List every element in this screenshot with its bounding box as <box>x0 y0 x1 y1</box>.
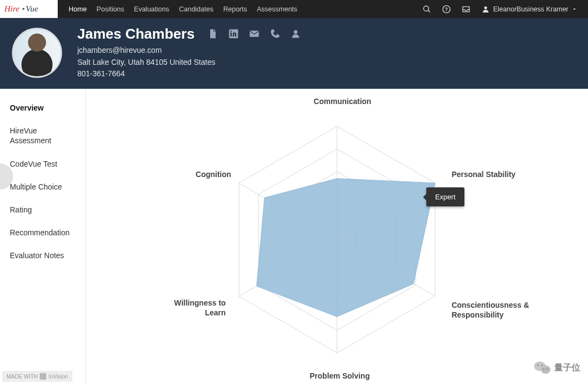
linkedin-icon[interactable] <box>228 28 239 39</box>
phone-icon[interactable] <box>270 28 280 39</box>
nav-home[interactable]: Home <box>69 5 87 13</box>
invision-icon <box>40 373 46 380</box>
svg-point-27 <box>543 368 544 369</box>
candidate-header: James Chambers jchambers@hirevue.com Sal… <box>0 18 588 89</box>
chevron-down-icon <box>572 7 577 12</box>
invision-badge: MADE WITH InVision <box>2 371 72 382</box>
svg-point-25 <box>537 364 539 366</box>
svg-marker-1 <box>23 8 25 10</box>
document-icon[interactable] <box>207 28 218 39</box>
email-icon[interactable] <box>249 28 260 39</box>
axis-label-0: Communication <box>304 97 381 107</box>
svg-rect-6 <box>231 33 232 37</box>
wechat-icon <box>534 359 551 376</box>
inbox-icon[interactable] <box>462 5 470 14</box>
svg-rect-8 <box>250 31 259 38</box>
sidebar-item-hirevue-assessment[interactable]: HireVue Assessment <box>0 119 85 152</box>
svg-point-24 <box>541 365 550 374</box>
axis-label-4: Willingness to Learn <box>161 298 226 318</box>
svg-point-26 <box>541 364 543 366</box>
top-bar: Hire Vue Home Positions Evaluations Cand… <box>0 0 588 18</box>
search-icon[interactable] <box>422 5 431 14</box>
svg-point-7 <box>230 31 232 32</box>
user-icon <box>481 5 490 14</box>
candidate-name: James Chambers <box>77 26 194 42</box>
radar-chart-panel: CommunicationPersonal StabilityConscient… <box>86 89 588 384</box>
top-nav: Home Positions Evaluations Candidates Re… <box>58 0 297 18</box>
sidebar: Overview HireVue Assessment CodeVue Test… <box>0 89 86 384</box>
nav-evaluations[interactable]: Evaluations <box>134 5 169 13</box>
user-menu[interactable]: EleanorBusiness Kramer <box>481 5 577 14</box>
main-body: Overview HireVue Assessment CodeVue Test… <box>0 89 588 384</box>
svg-point-28 <box>547 368 548 369</box>
nav-assessments[interactable]: Assessments <box>257 5 297 13</box>
madewith-label: MADE WITH <box>7 374 38 380</box>
wechat-overlay: 量子位 <box>534 359 580 376</box>
candidate-avatar[interactable] <box>12 28 62 78</box>
svg-marker-20 <box>256 179 435 317</box>
brand-logo[interactable]: Hire Vue <box>0 0 58 18</box>
axis-label-1: Personal Stability <box>451 170 528 180</box>
svg-text:Vue: Vue <box>26 4 38 13</box>
user-name-label: EleanorBusiness Kramer <box>493 5 568 13</box>
tooltip-label: Expert <box>435 193 456 201</box>
top-right-controls: ? EleanorBusiness Kramer <box>422 0 588 18</box>
invision-label: InVision <box>48 374 68 380</box>
svg-rect-22 <box>40 373 46 380</box>
axis-label-3: Problem Solving <box>302 371 378 381</box>
sidebar-item-recommendation[interactable]: Recommendation <box>0 221 85 244</box>
wechat-label: 量子位 <box>554 362 580 374</box>
svg-text:Hire: Hire <box>4 4 20 13</box>
candidate-email: jchambers@hirevue.com <box>77 45 301 57</box>
candidate-location: Salt Lake City, Utah 84105 United States <box>77 57 301 69</box>
candidate-phone: 801-361-7664 <box>77 68 301 80</box>
help-icon[interactable]: ? <box>442 5 451 14</box>
sidebar-item-overview[interactable]: Overview <box>0 96 85 119</box>
radar-chart <box>185 95 489 378</box>
svg-text:?: ? <box>445 7 448 12</box>
svg-point-21 <box>336 239 338 241</box>
sidebar-item-rating[interactable]: Rating <box>0 198 85 221</box>
tooltip-expert: Expert <box>426 187 464 206</box>
sidebar-item-codevue-test[interactable]: CodeVue Test <box>0 153 85 175</box>
profile-icon[interactable] <box>290 28 301 39</box>
axis-label-5: Cognition <box>177 170 231 180</box>
axis-label-2: Conscientiousness & Responsibility <box>451 301 533 320</box>
sidebar-item-evaluator-notes[interactable]: Evaluator Notes <box>0 244 85 267</box>
nav-candidates[interactable]: Candidates <box>179 5 213 13</box>
nav-reports[interactable]: Reports <box>223 5 247 13</box>
candidate-details: James Chambers jchambers@hirevue.com Sal… <box>77 26 301 80</box>
nav-positions[interactable]: Positions <box>96 5 124 13</box>
